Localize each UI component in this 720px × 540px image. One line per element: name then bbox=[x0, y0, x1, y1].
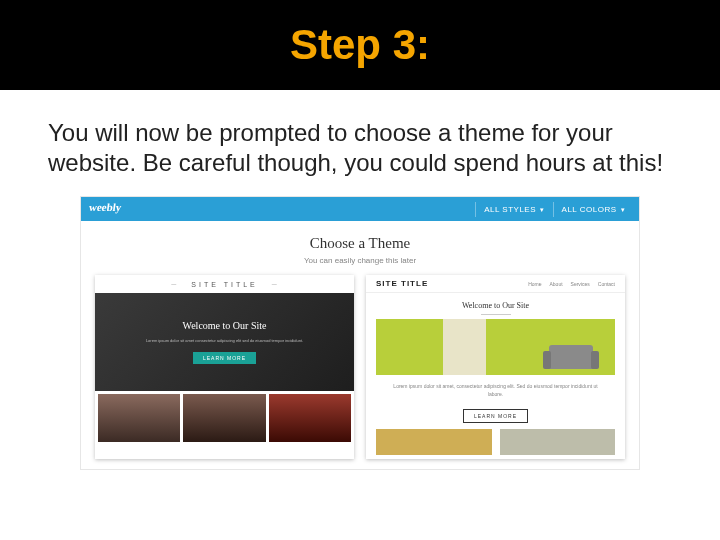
card-cta-button[interactable]: LEARN MORE bbox=[193, 352, 256, 364]
card-thumbs bbox=[366, 429, 625, 459]
hero: Choose a Theme You can easily change thi… bbox=[81, 221, 639, 275]
slide-header: Step 3: bbox=[0, 0, 720, 90]
card-brand: SITE TITLE bbox=[191, 281, 257, 288]
filter-styles-label: ALL STYLES bbox=[484, 205, 536, 214]
chevron-down-icon: ▾ bbox=[540, 206, 545, 213]
embedded-screenshot: weebly ALL STYLES▾ ALL COLORS▾ Choose a … bbox=[0, 196, 720, 470]
card-cta-button[interactable]: LEARN MORE bbox=[463, 409, 528, 423]
topbar: weebly ALL STYLES▾ ALL COLORS▾ bbox=[81, 197, 639, 221]
nav-link: — bbox=[272, 281, 278, 287]
card-desc: Lorem ipsum dolor sit amet, consectetur … bbox=[366, 383, 625, 404]
hero-title: Choose a Theme bbox=[81, 235, 639, 252]
nav-link: — bbox=[171, 281, 177, 287]
card-thumbs bbox=[95, 391, 354, 445]
theme-card-light[interactable]: SITE TITLE Home About Services Contact W… bbox=[366, 275, 625, 459]
card-welcome: Welcome to Our Site bbox=[366, 293, 625, 314]
card-welcome: Welcome to Our Site bbox=[183, 320, 267, 332]
cta-row: LEARN MORE bbox=[366, 404, 625, 429]
step-title: Step 3: bbox=[290, 21, 430, 69]
theme-chooser-ui: weebly ALL STYLES▾ ALL COLORS▾ Choose a … bbox=[80, 196, 640, 470]
filter-colors[interactable]: ALL COLORS▾ bbox=[553, 202, 633, 217]
hero-subtitle: You can easily change this later bbox=[81, 256, 639, 265]
nav-link: Services bbox=[571, 281, 590, 287]
card-nav: SITE TITLE Home About Services Contact bbox=[366, 275, 625, 293]
theme-card-dark[interactable]: — SITE TITLE — Welcome to Our Site Lorem… bbox=[95, 275, 354, 459]
filter-styles[interactable]: ALL STYLES▾ bbox=[475, 202, 552, 217]
divider bbox=[481, 314, 511, 315]
weebly-logo: weebly bbox=[88, 201, 122, 213]
nav-link: Contact bbox=[598, 281, 615, 287]
card-brand: SITE TITLE bbox=[376, 279, 428, 288]
nav-link: About bbox=[550, 281, 563, 287]
chevron-down-icon: ▾ bbox=[621, 206, 626, 213]
card-hero-image bbox=[376, 319, 615, 375]
card-hero: Welcome to Our Site Lorem ipsum dolor si… bbox=[95, 293, 354, 391]
sofa-graphic bbox=[549, 345, 593, 369]
theme-grid: — SITE TITLE — Welcome to Our Site Lorem… bbox=[81, 275, 639, 469]
thumbnail-image bbox=[500, 429, 616, 455]
nav-links: Home About Services Contact bbox=[528, 281, 615, 287]
thumbnail-image bbox=[183, 394, 265, 442]
thumbnail-image bbox=[376, 429, 492, 455]
card-desc: Lorem ipsum dolor sit amet consectetur a… bbox=[146, 338, 303, 344]
card-nav: — SITE TITLE — bbox=[95, 275, 354, 293]
nav-link: Home bbox=[528, 281, 541, 287]
instruction-text: You will now be prompted to choose a the… bbox=[0, 90, 720, 196]
thumbnail-image bbox=[98, 394, 180, 442]
thumbnail-image bbox=[269, 394, 351, 442]
filter-colors-label: ALL COLORS bbox=[562, 205, 617, 214]
